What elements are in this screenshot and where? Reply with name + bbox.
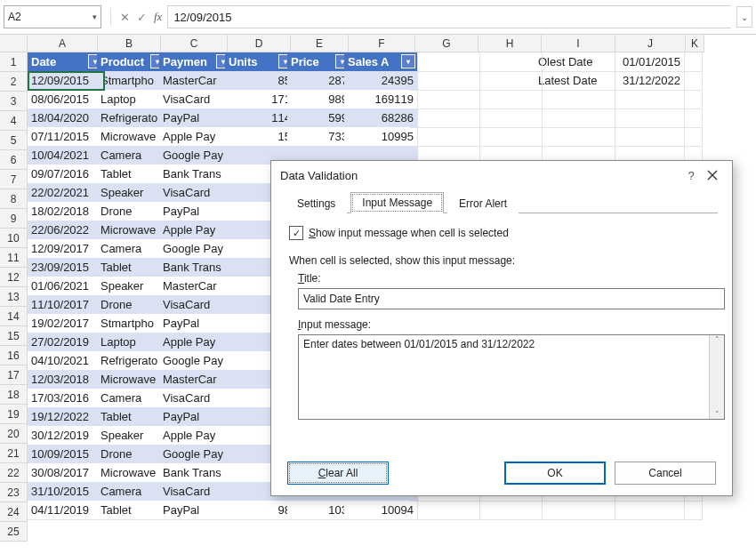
table-row[interactable]: PayPal bbox=[159, 202, 233, 221]
cell[interactable] bbox=[410, 90, 480, 109]
table-row[interactable]: Camera bbox=[97, 146, 167, 165]
row-header-5[interactable]: 5 bbox=[0, 131, 28, 150]
table-row[interactable]: 989 bbox=[287, 90, 352, 109]
row-header-25[interactable]: 25 bbox=[0, 522, 28, 542]
table-header[interactable]: Paymen▾ bbox=[159, 52, 233, 72]
table-row[interactable]: MasterCar bbox=[159, 370, 233, 389]
clear-all-button[interactable]: Clear All bbox=[287, 462, 389, 485]
table-row[interactable]: Google Pay bbox=[159, 445, 233, 464]
table-row[interactable]: 114 bbox=[225, 108, 295, 128]
formula-input[interactable]: 12/09/2015 bbox=[167, 5, 731, 28]
table-row[interactable]: Google Pay bbox=[159, 146, 233, 165]
cancel-icon[interactable]: ✕ bbox=[120, 11, 130, 24]
cell[interactable] bbox=[677, 501, 703, 520]
table-row[interactable]: 18/02/2018 bbox=[28, 202, 105, 221]
table-row[interactable]: Google Pay bbox=[159, 351, 233, 371]
cell[interactable] bbox=[472, 108, 543, 128]
table-row[interactable]: 103 bbox=[287, 501, 352, 520]
row-header-9[interactable]: 9 bbox=[0, 209, 28, 229]
table-header[interactable]: Price▾ bbox=[287, 52, 352, 72]
table-row[interactable]: 04/11/2019 bbox=[28, 501, 105, 520]
row-header-4[interactable]: 4 bbox=[0, 111, 28, 131]
cell[interactable] bbox=[472, 71, 543, 91]
oldest-date-value[interactable]: 01/01/2015 bbox=[607, 52, 685, 72]
table-row[interactable]: 68286 bbox=[344, 108, 418, 128]
fx-icon[interactable]: fx bbox=[154, 10, 162, 24]
help-icon[interactable]: ? bbox=[680, 165, 702, 186]
ok-button[interactable]: OK bbox=[504, 462, 606, 485]
cell[interactable] bbox=[472, 127, 543, 147]
table-row[interactable]: Microwave bbox=[97, 127, 167, 147]
table-row[interactable]: 10094 bbox=[344, 501, 418, 520]
cell[interactable] bbox=[607, 90, 685, 109]
cell[interactable] bbox=[607, 127, 685, 147]
col-header-A[interactable]: A bbox=[28, 35, 98, 52]
table-row[interactable]: MasterCar bbox=[159, 277, 233, 296]
cancel-button[interactable]: Cancel bbox=[615, 462, 716, 485]
row-header-22[interactable]: 22 bbox=[0, 463, 28, 483]
table-row[interactable]: 22/02/2021 bbox=[28, 183, 105, 203]
table-row[interactable]: Drone bbox=[97, 445, 167, 464]
row-header-3[interactable]: 3 bbox=[0, 92, 28, 111]
col-header-G[interactable]: G bbox=[415, 35, 479, 52]
table-row[interactable]: 30/08/2017 bbox=[28, 463, 105, 483]
table-row[interactable]: Tablet bbox=[97, 258, 167, 277]
col-header-D[interactable]: D bbox=[228, 35, 291, 52]
table-header[interactable]: Sales A▾ bbox=[344, 52, 418, 72]
col-header-H[interactable]: H bbox=[479, 35, 542, 52]
table-row[interactable]: Speaker bbox=[97, 277, 167, 296]
cell[interactable] bbox=[535, 501, 615, 520]
tab-settings[interactable]: Settings bbox=[286, 193, 347, 213]
table-row[interactable]: Apple Pay bbox=[159, 333, 233, 352]
table-row[interactable]: 04/10/2021 bbox=[28, 351, 105, 371]
row-header-16[interactable]: 16 bbox=[0, 346, 28, 365]
table-row[interactable]: 169119 bbox=[344, 90, 418, 109]
table-row[interactable]: Camera bbox=[97, 239, 167, 259]
col-header-K[interactable]: K bbox=[686, 35, 704, 52]
row-header-19[interactable]: 19 bbox=[0, 405, 28, 424]
table-row[interactable]: Microwave bbox=[97, 221, 167, 240]
select-all-corner[interactable] bbox=[0, 35, 28, 52]
row-header-21[interactable]: 21 bbox=[0, 444, 28, 463]
table-row[interactable]: 10995 bbox=[344, 127, 418, 147]
col-header-I[interactable]: I bbox=[542, 35, 615, 52]
table-row[interactable]: 733 bbox=[287, 127, 352, 147]
row-header-18[interactable]: 18 bbox=[0, 385, 28, 405]
col-header-B[interactable]: B bbox=[98, 35, 161, 52]
table-header[interactable]: Date▾ bbox=[28, 52, 105, 72]
row-header-13[interactable]: 13 bbox=[0, 287, 28, 307]
show-input-message-checkbox[interactable]: ✓ bbox=[289, 226, 303, 240]
cell[interactable] bbox=[677, 52, 703, 72]
table-row[interactable]: 08/06/2015 bbox=[28, 90, 105, 109]
cell[interactable] bbox=[535, 127, 615, 147]
table-row[interactable]: 22/06/2022 bbox=[28, 221, 105, 240]
title-input[interactable]: Valid Date Entry bbox=[298, 288, 725, 309]
row-header-2[interactable]: 2 bbox=[0, 72, 28, 92]
table-row[interactable]: 19/02/2017 bbox=[28, 314, 105, 333]
table-row[interactable]: 85 bbox=[225, 71, 295, 91]
row-header-6[interactable]: 6 bbox=[0, 150, 28, 170]
table-row[interactable]: Microwave bbox=[97, 463, 167, 483]
table-row[interactable]: Stmartpho bbox=[97, 314, 167, 333]
row-header-10[interactable]: 10 bbox=[0, 229, 28, 248]
row-header-24[interactable]: 24 bbox=[0, 502, 28, 522]
table-row[interactable]: 19/12/2022 bbox=[28, 407, 105, 427]
table-row[interactable]: 18/04/2020 bbox=[28, 108, 105, 128]
cell[interactable] bbox=[607, 501, 685, 520]
table-row[interactable]: Apple Pay bbox=[159, 426, 233, 446]
table-row[interactable]: Camera bbox=[97, 389, 167, 408]
table-row[interactable]: PayPal bbox=[159, 108, 233, 128]
table-row[interactable]: 07/11/2015 bbox=[28, 127, 105, 147]
table-row[interactable]: VisaCard bbox=[159, 90, 233, 109]
table-row[interactable]: Speaker bbox=[97, 183, 167, 203]
table-row[interactable]: 31/10/2015 bbox=[28, 482, 105, 502]
table-row[interactable]: Tablet bbox=[97, 501, 167, 520]
row-header-15[interactable]: 15 bbox=[0, 326, 28, 346]
table-header[interactable]: Product▾ bbox=[97, 52, 167, 72]
row-header-7[interactable]: 7 bbox=[0, 170, 28, 189]
table-row[interactable]: Drone bbox=[97, 295, 167, 315]
col-header-J[interactable]: J bbox=[615, 35, 686, 52]
table-row[interactable]: 24395 bbox=[344, 71, 418, 91]
table-row[interactable]: Tablet bbox=[97, 165, 167, 184]
tab-input-message[interactable]: Input Message bbox=[350, 192, 444, 213]
